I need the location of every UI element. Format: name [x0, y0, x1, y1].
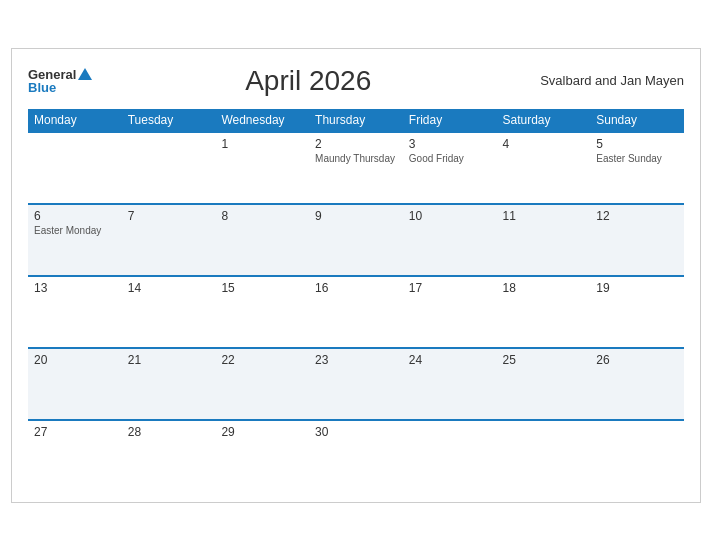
logo: General Blue	[28, 68, 92, 94]
day-number: 26	[596, 353, 678, 367]
day-cell: 4	[497, 132, 591, 204]
week-row-4: 20212223242526	[28, 348, 684, 420]
day-cell: 12	[590, 204, 684, 276]
day-cell: 20	[28, 348, 122, 420]
day-cell: 25	[497, 348, 591, 420]
day-number: 5	[596, 137, 678, 151]
week-row-1: 12Maundy Thursday3Good Friday45Easter Su…	[28, 132, 684, 204]
logo-triangle-icon	[78, 68, 92, 80]
day-cell: 3Good Friday	[403, 132, 497, 204]
weekday-header-tuesday: Tuesday	[122, 109, 216, 132]
day-cell: 18	[497, 276, 591, 348]
day-number: 17	[409, 281, 491, 295]
day-number: 27	[34, 425, 116, 439]
day-cell: 1	[215, 132, 309, 204]
day-number: 21	[128, 353, 210, 367]
day-cell: 14	[122, 276, 216, 348]
day-cell	[403, 420, 497, 492]
day-cell: 7	[122, 204, 216, 276]
day-number: 23	[315, 353, 397, 367]
day-number: 19	[596, 281, 678, 295]
day-cell: 11	[497, 204, 591, 276]
day-cell	[497, 420, 591, 492]
day-number: 11	[503, 209, 585, 223]
holiday-name: Easter Sunday	[596, 153, 678, 164]
day-cell: 23	[309, 348, 403, 420]
holiday-name: Easter Monday	[34, 225, 116, 236]
day-number: 24	[409, 353, 491, 367]
day-cell: 9	[309, 204, 403, 276]
day-cell	[122, 132, 216, 204]
day-cell: 10	[403, 204, 497, 276]
day-cell: 5Easter Sunday	[590, 132, 684, 204]
day-cell	[28, 132, 122, 204]
day-cell: 30	[309, 420, 403, 492]
weekday-header-monday: Monday	[28, 109, 122, 132]
day-cell: 24	[403, 348, 497, 420]
day-cell: 26	[590, 348, 684, 420]
month-title: April 2026	[92, 65, 524, 97]
weekday-header-sunday: Sunday	[590, 109, 684, 132]
weekday-header-saturday: Saturday	[497, 109, 591, 132]
weekday-header-thursday: Thursday	[309, 109, 403, 132]
day-number: 16	[315, 281, 397, 295]
day-cell: 8	[215, 204, 309, 276]
day-number: 12	[596, 209, 678, 223]
day-number: 8	[221, 209, 303, 223]
day-cell: 19	[590, 276, 684, 348]
day-number: 15	[221, 281, 303, 295]
day-number: 22	[221, 353, 303, 367]
region-label: Svalbard and Jan Mayen	[524, 73, 684, 88]
week-row-5: 27282930	[28, 420, 684, 492]
day-number: 25	[503, 353, 585, 367]
day-number: 7	[128, 209, 210, 223]
day-number: 2	[315, 137, 397, 151]
day-number: 30	[315, 425, 397, 439]
day-number: 29	[221, 425, 303, 439]
logo-general-text: General	[28, 68, 76, 81]
calendar-header: General Blue April 2026 Svalbard and Jan…	[28, 65, 684, 97]
day-cell: 13	[28, 276, 122, 348]
week-row-2: 6Easter Monday789101112	[28, 204, 684, 276]
day-number: 13	[34, 281, 116, 295]
day-cell: 17	[403, 276, 497, 348]
calendar-grid: MondayTuesdayWednesdayThursdayFridaySatu…	[28, 109, 684, 492]
day-number: 1	[221, 137, 303, 151]
day-cell: 6Easter Monday	[28, 204, 122, 276]
holiday-name: Maundy Thursday	[315, 153, 397, 164]
day-number: 14	[128, 281, 210, 295]
day-number: 18	[503, 281, 585, 295]
weekday-header-row: MondayTuesdayWednesdayThursdayFridaySatu…	[28, 109, 684, 132]
day-cell	[590, 420, 684, 492]
day-cell: 21	[122, 348, 216, 420]
logo-blue-text: Blue	[28, 81, 56, 94]
day-number: 20	[34, 353, 116, 367]
day-cell: 28	[122, 420, 216, 492]
week-row-3: 13141516171819	[28, 276, 684, 348]
day-cell: 27	[28, 420, 122, 492]
weekday-header-friday: Friday	[403, 109, 497, 132]
calendar-container: General Blue April 2026 Svalbard and Jan…	[11, 48, 701, 503]
day-number: 10	[409, 209, 491, 223]
day-number: 6	[34, 209, 116, 223]
day-cell: 29	[215, 420, 309, 492]
holiday-name: Good Friday	[409, 153, 491, 164]
day-number: 4	[503, 137, 585, 151]
day-cell: 22	[215, 348, 309, 420]
day-cell: 2Maundy Thursday	[309, 132, 403, 204]
weekday-header-wednesday: Wednesday	[215, 109, 309, 132]
day-cell: 15	[215, 276, 309, 348]
day-number: 28	[128, 425, 210, 439]
day-cell: 16	[309, 276, 403, 348]
day-number: 3	[409, 137, 491, 151]
day-number: 9	[315, 209, 397, 223]
